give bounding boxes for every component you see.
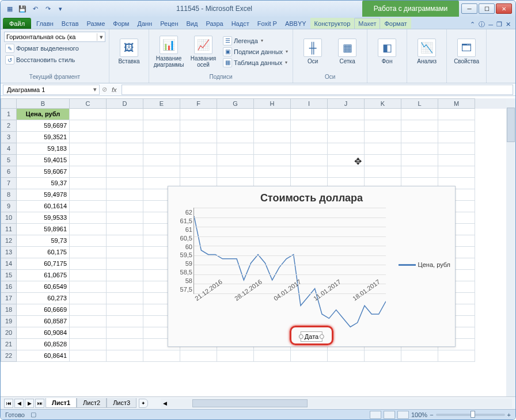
column-header[interactable]: M <box>438 98 475 109</box>
view-page-layout-button[interactable] <box>384 411 395 419</box>
tab-ABBYY[interactable]: ABBYY <box>281 18 310 29</box>
chart-element-selector-input[interactable] <box>5 33 97 40</box>
cell[interactable]: 59,3521 <box>17 132 70 143</box>
chart-legend[interactable]: Цена, рубл <box>399 261 450 268</box>
cell[interactable] <box>365 120 401 132</box>
row-header[interactable]: 17 <box>1 293 17 304</box>
tab-Разра[interactable]: Разра <box>202 18 227 29</box>
cell[interactable] <box>254 166 291 178</box>
row-header[interactable]: 1 <box>1 109 17 120</box>
zoom-in-button[interactable]: + <box>507 411 511 418</box>
cell[interactable] <box>217 132 254 143</box>
cell[interactable] <box>107 293 143 304</box>
cell[interactable] <box>70 235 107 247</box>
cell[interactable] <box>328 132 365 143</box>
cell[interactable] <box>107 247 143 258</box>
doc-close-icon[interactable]: ✕ <box>506 21 511 28</box>
cell[interactable] <box>107 178 143 189</box>
cell[interactable] <box>143 120 180 132</box>
cell[interactable]: 59,9533 <box>17 212 70 224</box>
cell[interactable] <box>107 304 143 316</box>
cell[interactable] <box>291 132 328 143</box>
cell[interactable] <box>328 166 365 178</box>
column-header[interactable]: D <box>107 98 143 109</box>
cell[interactable] <box>438 143 475 155</box>
cell[interactable] <box>143 350 180 362</box>
insert-button[interactable]: 🖼Вставка <box>113 37 145 66</box>
cell[interactable] <box>107 189 143 201</box>
cell[interactable] <box>70 212 107 224</box>
cell[interactable] <box>70 155 107 166</box>
formula-input[interactable] <box>122 85 513 95</box>
cell[interactable] <box>401 120 438 132</box>
cell[interactable]: 59,6697 <box>17 120 70 132</box>
cell[interactable]: 60,8641 <box>17 350 70 362</box>
reset-style-button[interactable]: ↺Восстановить стиль <box>4 55 76 65</box>
cell[interactable] <box>438 155 475 166</box>
cell[interactable]: 59,73 <box>17 235 70 247</box>
cell[interactable] <box>107 235 143 247</box>
cell[interactable] <box>107 109 143 120</box>
cell[interactable] <box>70 189 107 201</box>
cell[interactable] <box>365 143 401 155</box>
row-header[interactable]: 4 <box>1 143 17 155</box>
cell[interactable] <box>217 120 254 132</box>
cell[interactable] <box>180 143 217 155</box>
sheet-nav-next[interactable]: ▶ <box>25 399 34 408</box>
row-header[interactable]: 19 <box>1 316 17 327</box>
help-icon[interactable]: ⓘ <box>479 20 485 29</box>
cell[interactable] <box>143 166 180 178</box>
cell[interactable] <box>254 109 291 120</box>
cell[interactable]: 59,183 <box>17 143 70 155</box>
cell[interactable] <box>438 132 475 143</box>
cell[interactable] <box>328 143 365 155</box>
column-header[interactable]: J <box>328 98 365 109</box>
name-box-input[interactable] <box>3 86 91 93</box>
row-header[interactable]: 2 <box>1 120 17 132</box>
cell[interactable] <box>70 281 107 293</box>
cell[interactable] <box>328 109 365 120</box>
cell[interactable]: 61,0675 <box>17 270 70 281</box>
cell[interactable]: Цена, рубл <box>17 109 70 120</box>
cell[interactable] <box>107 224 143 235</box>
zoom-out-button[interactable]: − <box>430 411 433 418</box>
doc-minimize-icon[interactable]: ─ <box>488 21 493 28</box>
cell[interactable] <box>365 109 401 120</box>
qat-dropdown-icon[interactable]: ▾ <box>55 3 66 14</box>
row-header[interactable]: 10 <box>1 212 17 224</box>
data-table-button[interactable]: ▦Таблица данных▾ <box>222 58 289 68</box>
cell[interactable] <box>401 132 438 143</box>
sheet-tab[interactable]: Лист3 <box>107 398 136 408</box>
embedded-chart[interactable]: Стоимость доллара 6261,56160,56059,55958… <box>168 186 456 347</box>
data-labels-button[interactable]: ▣Подписи данных▾ <box>222 47 289 57</box>
cell[interactable] <box>291 143 328 155</box>
zoom-slider[interactable] <box>436 414 505 416</box>
column-header[interactable]: B <box>17 98 70 109</box>
cell[interactable] <box>107 350 143 362</box>
format-selection-button[interactable]: ✎Формат выделенного <box>4 43 80 54</box>
row-header[interactable]: 22 <box>1 350 17 362</box>
zoom-value[interactable]: 100% <box>411 411 427 418</box>
save-icon[interactable]: 💾 <box>17 3 28 14</box>
maximize-button[interactable]: ☐ <box>479 3 495 14</box>
cell[interactable] <box>217 166 254 178</box>
cell[interactable] <box>401 109 438 120</box>
cell[interactable] <box>401 166 438 178</box>
tab-Конструктор[interactable]: Конструктор <box>310 18 355 29</box>
row-header[interactable]: 20 <box>1 327 17 339</box>
row-header[interactable]: 14 <box>1 258 17 270</box>
cell[interactable] <box>217 155 254 166</box>
view-normal-button[interactable] <box>370 411 381 419</box>
cell[interactable] <box>438 350 475 362</box>
cell[interactable] <box>70 270 107 281</box>
cell[interactable] <box>70 304 107 316</box>
tab-Главн[interactable]: Главн <box>32 18 58 29</box>
cell[interactable]: 60,1614 <box>17 201 70 212</box>
cell[interactable] <box>438 109 475 120</box>
cell[interactable] <box>365 166 401 178</box>
cell[interactable] <box>180 132 217 143</box>
grid[interactable]: BCDEFGHIJKLM 1Цена, рубл259,6697359,3521… <box>1 98 515 396</box>
row-header[interactable]: 6 <box>1 166 17 178</box>
tab-Рецен[interactable]: Рецен <box>156 18 182 29</box>
sheet-tab[interactable]: Лист2 <box>77 398 107 408</box>
